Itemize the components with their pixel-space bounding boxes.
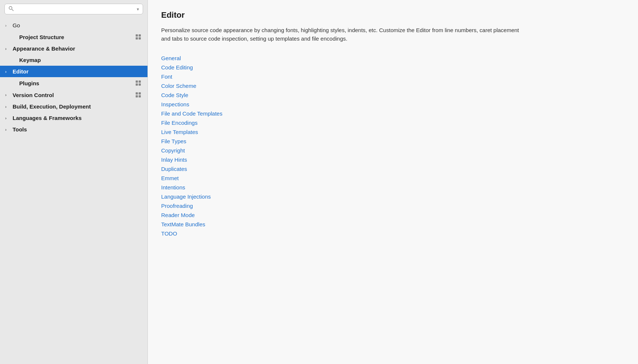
sidebar-item-keymap[interactable]: › Keymap [0, 54, 147, 66]
chevron-right-icon: › [5, 104, 12, 109]
page-title: Editor [161, 10, 625, 20]
search-dropdown-arrow: ▾ [137, 7, 139, 12]
badge-icon [135, 92, 142, 98]
sidebar-item-label: Tools [13, 126, 142, 133]
editor-link-file-and-code-templates[interactable]: File and Code Templates [161, 110, 223, 117]
editor-link-emmet[interactable]: Emmet [161, 175, 179, 181]
editor-link-file-types[interactable]: File Types [161, 138, 186, 144]
sidebar-item-languages-frameworks[interactable]: › Languages & Frameworks [0, 112, 147, 124]
editor-links-list: GeneralCode EditingFontColor SchemeCode … [161, 54, 625, 238]
sidebar-item-label: Version Control [13, 92, 135, 98]
chevron-right-icon: › [5, 127, 12, 132]
editor-link-live-templates[interactable]: Live Templates [161, 129, 198, 135]
editor-link-todo[interactable]: TODO [161, 230, 177, 237]
sidebar-item-build-execution-deployment[interactable]: › Build, Execution, Deployment [0, 101, 147, 112]
editor-link-language-injections[interactable]: Language Injections [161, 193, 211, 200]
editor-link-copyright[interactable]: Copyright [161, 147, 185, 154]
chevron-right-icon: › [5, 93, 12, 97]
search-box[interactable]: ▾ [4, 4, 143, 14]
nav-list: › Go › Project Structure › Appearance & … [0, 18, 147, 137]
search-input[interactable] [16, 6, 135, 12]
sidebar-item-label: Appearance & Behavior [13, 45, 142, 52]
editor-link-duplicates[interactable]: Duplicates [161, 166, 187, 172]
editor-link-intentions[interactable]: Intentions [161, 184, 185, 190]
sidebar-item-version-control[interactable]: › Version Control [0, 89, 147, 101]
editor-link-reader-mode[interactable]: Reader Mode [161, 212, 195, 218]
svg-line-1 [12, 9, 13, 11]
editor-link-file-encodings[interactable]: File Encodings [161, 120, 197, 126]
search-icon [9, 6, 14, 12]
sidebar-item-label: Build, Execution, Deployment [13, 103, 142, 110]
sidebar-item-label: Editor [13, 68, 142, 75]
chevron-right-icon: › [5, 47, 12, 51]
sidebar-item-plugins[interactable]: › Plugins [0, 77, 147, 89]
sidebar-item-project-structure[interactable]: › Project Structure [0, 31, 147, 43]
chevron-right-icon: › [5, 116, 12, 120]
editor-link-code-editing[interactable]: Code Editing [161, 64, 193, 71]
editor-link-code-style[interactable]: Code Style [161, 92, 188, 98]
settings-sidebar: ▾ › Go › Project Structure › Appeara [0, 0, 148, 364]
sidebar-item-tools[interactable]: › Tools [0, 124, 147, 135]
sidebar-item-label: Project Structure [19, 34, 135, 40]
search-container: ▾ [0, 0, 147, 18]
sidebar-item-appearance-behavior[interactable]: › Appearance & Behavior [0, 43, 147, 54]
sidebar-item-editor[interactable]: › Editor [0, 66, 147, 77]
editor-link-textmate-bundles[interactable]: TextMate Bundles [161, 221, 205, 227]
sidebar-item-label: Languages & Frameworks [13, 115, 142, 121]
editor-link-proofreading[interactable]: Proofreading [161, 203, 193, 209]
editor-link-inspections[interactable]: Inspections [161, 101, 189, 107]
editor-link-general[interactable]: General [161, 55, 181, 61]
sidebar-item-go[interactable]: › Go [0, 20, 147, 31]
badge-icon [135, 34, 142, 40]
chevron-right-icon: › [5, 23, 12, 28]
chevron-right-icon: › [5, 69, 12, 74]
main-content: Editor Personalize source code appearanc… [148, 0, 638, 364]
editor-link-inlay-hints[interactable]: Inlay Hints [161, 157, 187, 163]
sidebar-item-label: Plugins [19, 80, 135, 86]
page-description: Personalize source code appearance by ch… [161, 26, 523, 43]
sidebar-item-label: Keymap [19, 57, 142, 63]
editor-link-font[interactable]: Font [161, 73, 172, 80]
badge-icon [135, 80, 142, 86]
sidebar-item-label: Go [13, 22, 142, 28]
editor-link-color-scheme[interactable]: Color Scheme [161, 83, 196, 89]
